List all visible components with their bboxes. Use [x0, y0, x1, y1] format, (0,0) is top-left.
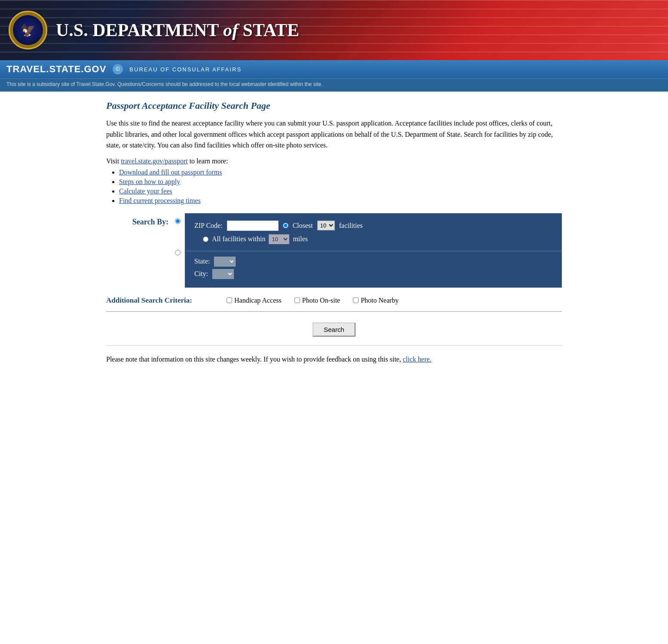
eagle-icon: 🦅: [21, 23, 36, 37]
zip-radio[interactable]: [175, 218, 181, 224]
zip-panel: ZIP Code: Closest 10 25 50 facilities Al…: [186, 214, 561, 251]
photo-onsite-option[interactable]: Photo On-site: [294, 297, 340, 304]
zip-label: ZIP Code:: [194, 222, 223, 230]
state-select[interactable]: [214, 257, 236, 267]
state-label: State:: [194, 258, 210, 265]
page-title: Passport Acceptance Facility Search Page: [106, 100, 562, 111]
state-radio[interactable]: [175, 250, 181, 255]
list-item: Calculate your fees: [119, 187, 562, 195]
feedback-link[interactable]: click here.: [403, 356, 432, 363]
criteria-options: Handicap Access Photo On-site Photo Near…: [227, 297, 399, 304]
feedback-prefix: Please note that information on this sit…: [106, 356, 401, 363]
city-select[interactable]: [212, 269, 234, 279]
travel-state-link[interactable]: travel.state.gov/passport: [121, 157, 188, 165]
state-city-panel: State: City:: [186, 251, 561, 287]
facilities-label: facilities: [339, 222, 363, 230]
subsidiary-bar: This site is a subsidiary site of Travel…: [0, 78, 668, 92]
search-panels: ZIP Code: Closest 10 25 50 facilities Al…: [185, 213, 562, 288]
calculate-fees-link[interactable]: Calculate your fees: [119, 187, 172, 195]
subsidiary-notice: This site is a subsidiary site of Travel…: [6, 81, 322, 87]
list-item: Find current processing times: [119, 197, 562, 205]
department-seal: 🦅: [9, 11, 47, 49]
photo-onsite-label: Photo On-site: [302, 297, 340, 304]
zip-row: ZIP Code: Closest 10 25 50 facilities: [194, 221, 552, 231]
search-section: Search By: ZIP Code: Closest 10 25 50: [106, 213, 562, 288]
handicap-label: Handicap Access: [234, 297, 282, 304]
bureau-text: BUREAU OF CONSULAR AFFAIRS: [129, 66, 242, 73]
visit-prefix: Visit: [106, 157, 119, 165]
additional-criteria: Additional Search Criteria: Handicap Acc…: [106, 296, 562, 312]
photo-nearby-option[interactable]: Photo Nearby: [353, 297, 398, 304]
all-facilities-label: All facilities within: [212, 235, 265, 243]
travel-gov-text: TRAVEL.STATE.GOV: [6, 64, 106, 75]
visit-suffix: to learn more:: [190, 157, 228, 165]
miles-label: miles: [293, 235, 308, 243]
visit-text: Visit travel.state.gov/passport to learn…: [106, 157, 562, 165]
additional-criteria-label: Additional Search Criteria:: [106, 296, 218, 305]
steps-link[interactable]: Steps on how to apply: [119, 178, 180, 185]
state-row: State:: [194, 257, 552, 267]
search-by-label: Search By:: [106, 213, 175, 227]
zip-input[interactable]: [227, 221, 279, 231]
closest-radio[interactable]: [283, 223, 288, 228]
main-content: Passport Acceptance Facility Search Page…: [98, 100, 570, 365]
feedback-text: Please note that information on this sit…: [106, 354, 562, 365]
blue-bar: TRAVEL.STATE.GOV © BUREAU OF CONSULAR AF…: [0, 60, 668, 78]
handicap-checkbox[interactable]: [227, 297, 232, 303]
num-facilities-select[interactable]: 10 25 50: [317, 221, 335, 230]
download-forms-link[interactable]: Download and fill out passport forms: [119, 169, 222, 176]
header-title: U.S. DEPARTMENT of STATE: [56, 20, 299, 40]
radio-column: [175, 213, 181, 255]
city-label: City:: [194, 270, 208, 278]
miles-select[interactable]: 10 25 50 100: [269, 234, 289, 244]
learn-more-list: Download and fill out passport forms Ste…: [106, 169, 562, 205]
search-button[interactable]: Search: [313, 322, 355, 337]
city-row: City:: [194, 269, 552, 279]
header-title-text: U.S. DEPARTMENT of STATE: [56, 20, 299, 40]
all-facilities-row: All facilities within 10 25 50 100 miles: [203, 234, 552, 244]
handicap-option[interactable]: Handicap Access: [227, 297, 282, 304]
header-banner: 🦅 U.S. DEPARTMENT of STATE: [0, 0, 668, 60]
description-text: Use this site to find the nearest accept…: [106, 118, 562, 151]
copyright-icon: ©: [113, 64, 123, 74]
photo-nearby-checkbox[interactable]: [353, 297, 359, 303]
all-facilities-radio[interactable]: [203, 236, 208, 242]
photo-nearby-label: Photo Nearby: [361, 297, 398, 304]
list-item: Download and fill out passport forms: [119, 169, 562, 176]
closest-label: Closest: [293, 222, 313, 230]
seal-inner: 🦅: [13, 15, 43, 45]
search-button-area: Search: [106, 318, 562, 346]
photo-onsite-checkbox[interactable]: [294, 297, 300, 303]
list-item: Steps on how to apply: [119, 178, 562, 186]
processing-times-link[interactable]: Find current processing times: [119, 197, 201, 204]
